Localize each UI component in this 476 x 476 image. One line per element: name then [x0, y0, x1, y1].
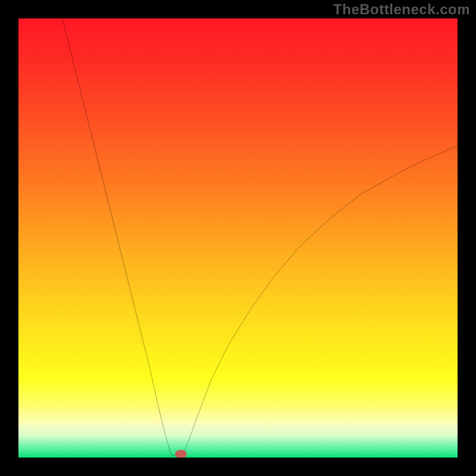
minimum-marker-icon — [175, 450, 187, 458]
bottleneck-curve — [62, 18, 458, 456]
watermark-text: TheBottleneck.com — [333, 1, 470, 18]
curve-svg — [18, 18, 458, 458]
chart-frame: TheBottleneck.com — [0, 0, 476, 476]
plot-area — [18, 18, 458, 458]
